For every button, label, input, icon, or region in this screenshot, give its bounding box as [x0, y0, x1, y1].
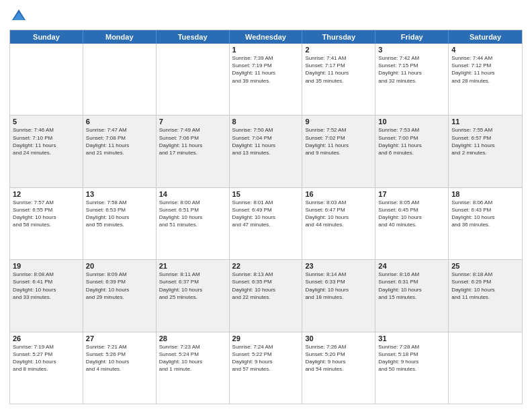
cell-text-line: Sunrise: 7:21 AM	[86, 343, 153, 351]
calendar-cell-7: 7Sunrise: 7:49 AMSunset: 7:06 PMDaylight…	[157, 116, 230, 187]
cell-text-line: Sunset: 6:45 PM	[378, 206, 445, 214]
cell-text-line: Sunrise: 8:11 AM	[159, 271, 226, 278]
cell-text-line: Sunrise: 7:39 AM	[232, 54, 300, 62]
cell-text-line: and 54 minutes.	[305, 365, 372, 373]
calendar-cell-13: 13Sunrise: 7:58 AMSunset: 6:53 PMDayligh…	[83, 188, 157, 259]
day-number: 29	[232, 334, 300, 342]
day-number: 10	[378, 118, 445, 126]
cell-text-line: Daylight: 9 hours	[305, 358, 372, 365]
header-day-friday: Friday	[375, 30, 449, 44]
cell-text-line: and 57 minutes.	[232, 365, 300, 373]
cell-text-line: Sunrise: 8:08 AM	[13, 271, 80, 278]
calendar-cell-6: 6Sunrise: 7:47 AMSunset: 7:08 PMDaylight…	[83, 116, 157, 187]
calendar-cell-29: 29Sunrise: 7:24 AMSunset: 5:22 PMDayligh…	[230, 332, 303, 404]
day-number: 5	[13, 118, 80, 126]
calendar-cell-21: 21Sunrise: 8:11 AMSunset: 6:37 PMDayligh…	[157, 260, 230, 331]
cell-text-line: Daylight: 9 hours	[378, 358, 445, 365]
header-day-thursday: Thursday	[302, 30, 375, 44]
calendar-row-4: 26Sunrise: 7:19 AMSunset: 5:27 PMDayligh…	[10, 332, 522, 404]
cell-text-line: Sunrise: 8:16 AM	[378, 271, 445, 278]
cell-text-line: Sunrise: 7:55 AM	[451, 126, 519, 134]
cell-text-line: Sunrise: 7:26 AM	[305, 343, 372, 351]
day-number: 28	[159, 334, 226, 342]
day-number: 3	[378, 46, 445, 54]
day-number: 14	[159, 190, 226, 198]
cell-text-line: Sunrise: 8:18 AM	[451, 271, 519, 278]
cell-text-line: Sunset: 7:12 PM	[451, 62, 519, 69]
calendar-cell-20: 20Sunrise: 8:09 AMSunset: 6:39 PMDayligh…	[83, 260, 157, 331]
cell-text-line: and 51 minutes.	[159, 221, 226, 228]
cell-text-line: Sunrise: 7:42 AM	[378, 54, 445, 62]
cell-text-line: and 50 minutes.	[378, 365, 445, 373]
calendar-cell-10: 10Sunrise: 7:53 AMSunset: 7:00 PMDayligh…	[375, 116, 449, 187]
header-day-wednesday: Wednesday	[230, 30, 303, 44]
calendar-cell-9: 9Sunrise: 7:52 AMSunset: 7:02 PMDaylight…	[302, 116, 375, 187]
cell-text-line: and 36 minutes.	[451, 221, 519, 228]
cell-text-line: Sunset: 6:41 PM	[13, 278, 80, 285]
cell-text-line: Sunset: 7:08 PM	[86, 134, 153, 142]
calendar-cell-empty-0-0	[10, 44, 83, 115]
cell-text-line: Sunset: 5:27 PM	[13, 351, 80, 358]
cell-text-line: Sunrise: 8:13 AM	[232, 271, 300, 278]
calendar-cell-28: 28Sunrise: 7:23 AMSunset: 5:24 PMDayligh…	[157, 332, 230, 404]
cell-text-line: and 18 minutes.	[305, 293, 372, 301]
cell-text-line: Daylight: 10 hours	[378, 286, 445, 293]
logo	[9, 7, 31, 26]
cell-text-line: Sunset: 5:22 PM	[232, 351, 300, 358]
calendar-cell-19: 19Sunrise: 8:08 AMSunset: 6:41 PMDayligh…	[10, 260, 83, 331]
day-number: 30	[305, 334, 372, 342]
cell-text-line: Daylight: 10 hours	[86, 286, 153, 293]
calendar-cell-11: 11Sunrise: 7:55 AMSunset: 6:57 PMDayligh…	[449, 116, 522, 187]
calendar-cell-empty-0-2	[157, 44, 230, 115]
cell-text-line: Sunrise: 7:49 AM	[159, 126, 226, 134]
cell-text-line: Sunset: 7:15 PM	[378, 62, 445, 69]
cell-text-line: Sunset: 7:19 PM	[232, 62, 300, 69]
day-number: 19	[13, 262, 80, 270]
cell-text-line: and 47 minutes.	[232, 221, 300, 228]
cell-text-line: Daylight: 10 hours	[232, 214, 300, 221]
cell-text-line: and 35 minutes.	[305, 77, 372, 85]
cell-text-line: Sunset: 6:43 PM	[451, 206, 519, 214]
cell-text-line: Sunrise: 7:28 AM	[378, 343, 445, 351]
cell-text-line: Sunrise: 7:57 AM	[13, 199, 80, 206]
cell-text-line: Daylight: 10 hours	[451, 214, 519, 221]
day-number: 25	[451, 262, 519, 270]
cell-text-line: and 32 minutes.	[378, 77, 445, 85]
day-number: 18	[451, 190, 519, 198]
cell-text-line: Sunrise: 7:47 AM	[86, 126, 153, 134]
cell-text-line: Sunset: 6:55 PM	[13, 206, 80, 214]
day-number: 15	[232, 190, 300, 198]
cell-text-line: Sunset: 7:00 PM	[378, 134, 445, 142]
day-number: 27	[86, 334, 153, 342]
day-number: 17	[378, 190, 445, 198]
cell-text-line: Sunset: 6:57 PM	[451, 134, 519, 142]
cell-text-line: Sunrise: 8:05 AM	[378, 199, 445, 206]
cell-text-line: and 44 minutes.	[305, 221, 372, 228]
calendar-cell-18: 18Sunrise: 8:06 AMSunset: 6:43 PMDayligh…	[449, 188, 522, 259]
calendar: SundayMondayTuesdayWednesdayThursdayFrid…	[9, 30, 523, 404]
calendar-cell-empty-0-1	[83, 44, 157, 115]
cell-text-line: and 8 minutes.	[13, 365, 80, 373]
page: SundayMondayTuesdayWednesdayThursdayFrid…	[0, 0, 532, 411]
cell-text-line: Daylight: 10 hours	[13, 286, 80, 293]
cell-text-line: Daylight: 9 hours	[232, 358, 300, 365]
calendar-cell-24: 24Sunrise: 8:16 AMSunset: 6:31 PMDayligh…	[375, 260, 449, 331]
cell-text-line: Sunrise: 8:09 AM	[86, 271, 153, 278]
cell-text-line: Sunset: 5:20 PM	[305, 351, 372, 358]
cell-text-line: Sunrise: 8:06 AM	[451, 199, 519, 206]
cell-text-line: Daylight: 10 hours	[13, 214, 80, 221]
day-number: 1	[232, 46, 300, 54]
day-number: 11	[451, 118, 519, 126]
calendar-row-3: 19Sunrise: 8:08 AMSunset: 6:41 PMDayligh…	[10, 259, 522, 331]
day-number: 24	[378, 262, 445, 270]
cell-text-line: Sunrise: 7:52 AM	[305, 126, 372, 134]
cell-text-line: Sunset: 5:24 PM	[159, 351, 226, 358]
calendar-cell-5: 5Sunrise: 7:46 AMSunset: 7:10 PMDaylight…	[10, 116, 83, 187]
cell-text-line: Sunrise: 7:19 AM	[13, 343, 80, 351]
cell-text-line: Sunset: 6:35 PM	[232, 278, 300, 285]
cell-text-line: Daylight: 10 hours	[159, 358, 226, 365]
cell-text-line: Sunset: 6:39 PM	[86, 278, 153, 285]
cell-text-line: Daylight: 11 hours	[159, 142, 226, 149]
calendar-cell-4: 4Sunrise: 7:44 AMSunset: 7:12 PMDaylight…	[449, 44, 522, 115]
cell-text-line: Sunset: 6:37 PM	[159, 278, 226, 285]
